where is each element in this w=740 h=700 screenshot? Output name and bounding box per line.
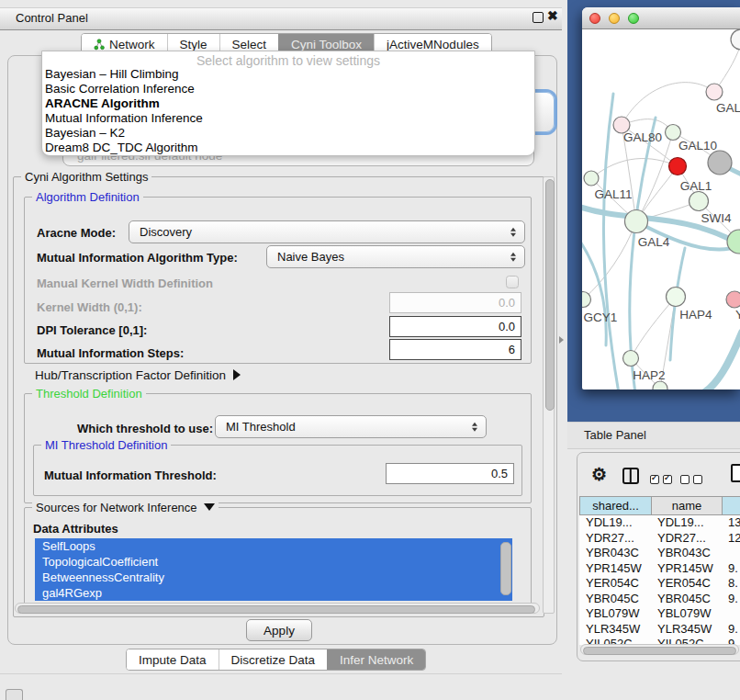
- attribute-item[interactable]: BetweennessCentrality: [35, 570, 512, 585]
- column-header-shared-[interactable]: shared...: [579, 496, 652, 515]
- graph-node-swi4[interactable]: [690, 192, 709, 211]
- table-cell[interactable]: YBL079W: [586, 606, 649, 622]
- tab-impute-data[interactable]: Impute Data: [127, 649, 219, 670]
- table-cell[interactable]: 9.: [728, 592, 740, 607]
- close-traffic-icon[interactable]: [589, 13, 600, 24]
- graph-node-gal1[interactable]: [669, 158, 687, 175]
- table-cell[interactable]: YLR345W: [657, 622, 720, 638]
- dpi-tolerance-field[interactable]: 0.0: [389, 316, 521, 337]
- table-cell[interactable]: YDL19...: [657, 515, 720, 531]
- mi-steps-field[interactable]: 6: [389, 339, 521, 360]
- hub-tf-section-header[interactable]: Hub/Transcription Factor Definition: [35, 368, 241, 382]
- deselect-all-columns-icon[interactable]: [680, 471, 706, 488]
- popup-item[interactable]: ARACNE Algorithm: [42, 96, 534, 111]
- export-table-icon[interactable]: [731, 464, 740, 482]
- graph-edge[interactable]: [703, 333, 740, 390]
- table-cell[interactable]: 8.: [728, 576, 740, 592]
- network-window-titlebar[interactable]: [582, 7, 740, 29]
- apply-button[interactable]: Apply: [246, 619, 312, 641]
- table-cell[interactable]: YER054C: [657, 576, 720, 592]
- graph-node-hap4[interactable]: [667, 288, 686, 307]
- attribute-item[interactable]: TopologicalCoefficient: [35, 554, 512, 570]
- minimize-traffic-icon[interactable]: [609, 13, 620, 24]
- graph-node-gal[interactable]: [706, 84, 723, 100]
- table-cell[interactable]: YBL079W: [657, 606, 720, 622]
- table-cell[interactable]: YBR045C: [586, 592, 649, 607]
- tab-label: Style: [180, 38, 207, 51]
- network-view-window: GALGAL80GAL10GAL1SWI4GAL11GAL4GCY1HAP4YH…: [582, 7, 740, 390]
- kernel-width-field[interactable]: 0.0: [389, 292, 521, 313]
- table-cell[interactable]: 13: [728, 515, 740, 531]
- settings-scrollbar[interactable]: [543, 176, 555, 614]
- graph-node-gal4[interactable]: [625, 210, 648, 233]
- graph-node-gal10[interactable]: [666, 125, 681, 141]
- horizontal-scrollbar[interactable]: [15, 603, 540, 614]
- tab-infer-network[interactable]: Infer Network: [327, 649, 425, 670]
- hub-tf-label: Hub/Transcription Factor Definition: [35, 368, 226, 382]
- table-cell[interactable]: 9.: [728, 622, 740, 638]
- zoom-traffic-icon[interactable]: [628, 13, 639, 24]
- table-cell[interactable]: YBR045C: [657, 592, 720, 607]
- tab-label: Impute Data: [139, 653, 207, 667]
- threshold-definition-title: Threshold Definition: [32, 387, 146, 401]
- graph-node[interactable]: [731, 29, 740, 50]
- attribute-item[interactable]: SelfLoops: [35, 538, 512, 554]
- popup-item[interactable]: Bayesian – K2: [42, 126, 534, 141]
- table-cell[interactable]: YDR27...: [586, 531, 649, 547]
- table-cell[interactable]: YBR043C: [657, 546, 720, 561]
- stepper-arrows-icon: [510, 227, 516, 237]
- network-canvas[interactable]: GALGAL80GAL10GAL1SWI4GAL11GAL4GCY1HAP4YH…: [582, 29, 740, 390]
- tab-label: Network: [109, 38, 155, 51]
- tab-discretize-data[interactable]: Discretize Data: [219, 649, 328, 670]
- column-header-col2[interactable]: [722, 496, 740, 515]
- tab-label: Discretize Data: [231, 653, 316, 667]
- table-cell[interactable]: [728, 606, 740, 622]
- graph-node-y[interactable]: [726, 291, 740, 308]
- graph-node-hap2[interactable]: [623, 351, 639, 367]
- table-cell[interactable]: YDL19...: [586, 515, 649, 531]
- close-icon[interactable]: ✖: [547, 8, 558, 23]
- table-horizontal-scrollbar[interactable]: [580, 644, 739, 655]
- manual-kernel-checkbox[interactable]: [506, 276, 519, 288]
- popup-item[interactable]: Dream8 DC_TDC Algorithm: [42, 141, 534, 155]
- table-cell[interactable]: YER054C: [586, 576, 649, 592]
- graph-node-label: GAL: [716, 101, 740, 115]
- panel-resize-arrow-icon[interactable]: [559, 336, 564, 344]
- column-header-name[interactable]: name: [651, 496, 723, 515]
- which-threshold-combo[interactable]: MI Threshold: [215, 415, 487, 438]
- graph-node-gal11[interactable]: [584, 171, 599, 186]
- table-cell[interactable]: 12: [728, 531, 740, 547]
- graph-node[interactable]: [708, 151, 732, 175]
- select-all-columns-icon[interactable]: [650, 471, 676, 488]
- popup-item[interactable]: Bayesian – Hill Climbing: [42, 67, 534, 82]
- table-cell[interactable]: YBR043C: [586, 546, 649, 561]
- control-panel-title: Control Panel: [16, 11, 88, 25]
- table-cell[interactable]: YLR345W: [586, 622, 649, 638]
- minimized-panel-icon[interactable]: [6, 689, 23, 700]
- mi-threshold-field[interactable]: 0.5: [386, 463, 514, 484]
- popup-item[interactable]: Mutual Information Inference: [42, 111, 534, 126]
- table-cell[interactable]: 9.: [728, 561, 740, 577]
- table-cell[interactable]: YPR145W: [586, 561, 649, 577]
- algorithm-definition-title: Algorithm Definition: [32, 190, 143, 204]
- sources-title[interactable]: Sources for Network Inference: [32, 501, 219, 514]
- graph-edge[interactable]: [631, 297, 676, 358]
- attribute-item[interactable]: gal4RGexp: [35, 585, 512, 601]
- table-cell[interactable]: YDR27...: [657, 531, 720, 547]
- network-icon: [94, 39, 105, 51]
- popup-item[interactable]: Basic Correlation Inference: [42, 82, 534, 96]
- graph-edge[interactable]: [622, 83, 714, 125]
- which-threshold-value: MI Threshold: [226, 420, 296, 434]
- gear-icon[interactable]: ⚙: [591, 464, 607, 485]
- table-cell[interactable]: YPR145W: [657, 561, 720, 577]
- horizontal-scrollbar-thumb[interactable]: [17, 605, 535, 614]
- attributes-scrollbar-thumb[interactable]: [500, 542, 511, 595]
- table-cell[interactable]: [728, 546, 740, 561]
- mi-algorithm-type-combo[interactable]: Naive Bayes: [266, 245, 525, 268]
- float-window-icon[interactable]: [533, 12, 544, 23]
- graph-node[interactable]: [653, 381, 667, 390]
- settings-scrollbar-thumb[interactable]: [545, 179, 555, 411]
- aracne-mode-combo[interactable]: Discovery: [129, 220, 525, 243]
- table-horizontal-scrollbar-thumb[interactable]: [583, 647, 736, 655]
- split-columns-icon[interactable]: [622, 468, 639, 484]
